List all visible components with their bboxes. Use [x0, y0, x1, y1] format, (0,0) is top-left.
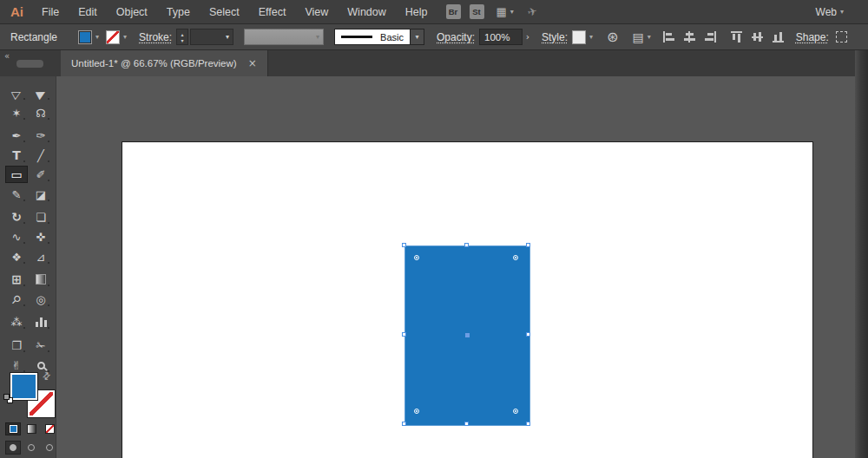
tool-type[interactable]: T	[5, 147, 28, 164]
tool-blend[interactable]: ◎	[30, 291, 52, 308]
selection-handle-sw[interactable]	[402, 422, 406, 426]
tool-hand[interactable]: ✌	[5, 357, 28, 374]
tool-symbol-sprayer[interactable]: ⁂	[5, 313, 28, 330]
draw-behind-button[interactable]	[23, 441, 39, 455]
close-icon[interactable]: ×	[248, 57, 257, 69]
menu-object[interactable]: Object	[107, 6, 157, 18]
fill-color-swatch[interactable]	[78, 30, 92, 44]
chevron-down-icon[interactable]: ▾	[95, 33, 99, 41]
document-setup-icon[interactable]: ▤	[632, 30, 643, 44]
brush-dropdown-chevron[interactable]: ▾	[411, 29, 424, 45]
stroke-panel-link[interactable]: Stroke:	[139, 31, 172, 43]
column-graph-tool-icon	[36, 317, 47, 327]
stroke-color-swatch[interactable]	[106, 30, 120, 44]
tool-pen[interactable]: ✒	[5, 127, 28, 144]
menu-type[interactable]: Type	[157, 6, 200, 18]
collapse-panel-icon[interactable]: «	[4, 51, 9, 61]
menu-file[interactable]: File	[32, 6, 69, 18]
selection-handle-nw[interactable]	[402, 243, 406, 247]
tool-mesh[interactable]: ⊞	[5, 271, 28, 288]
align-top-button[interactable]	[731, 31, 742, 43]
menu-help[interactable]: Help	[396, 6, 437, 18]
opacity-panel-link[interactable]: Opacity:	[437, 31, 475, 43]
tool-artboard[interactable]: ❐	[5, 337, 28, 354]
selection-handle-se[interactable]	[526, 422, 530, 426]
draw-inside-button[interactable]	[42, 441, 57, 455]
tool-puppet-warp[interactable]: ✜	[30, 228, 52, 245]
stepper-up-icon[interactable]: ▴	[181, 31, 184, 37]
control-bar: Rectangle ▾ ▾ Stroke: ▴ ▾ ▾ ▾ Basic ▾ Op…	[0, 24, 868, 50]
tool-slice[interactable]: ✁	[30, 337, 52, 354]
align-center-button[interactable]	[684, 31, 695, 43]
width-profile-dropdown[interactable]: ▾	[244, 29, 324, 45]
stroke-weight-dropdown[interactable]: ▾	[190, 29, 233, 45]
transform-shape-icon[interactable]	[836, 31, 847, 43]
chevron-down-icon[interactable]: ▾	[589, 33, 593, 41]
paint-gradient-button[interactable]	[23, 422, 39, 435]
tool-paintbrush[interactable]: ✐	[30, 166, 52, 183]
corner-widget-se[interactable]	[513, 409, 518, 414]
selection-handle-ne[interactable]	[526, 243, 530, 247]
tool-shaper[interactable]: ✎	[5, 186, 28, 203]
chevron-down-icon: ▾	[226, 33, 229, 41]
menu-effect[interactable]: Effect	[249, 6, 296, 18]
align-left-button[interactable]	[663, 31, 674, 43]
tool-magic-wand[interactable]: ✶	[5, 104, 28, 121]
tool-lasso[interactable]: ☊	[30, 104, 52, 121]
stroke-weight-stepper[interactable]: ▴ ▾	[176, 29, 188, 45]
tool-zoom[interactable]	[30, 357, 52, 374]
align-middle-button[interactable]	[752, 31, 763, 43]
paint-none-button[interactable]	[42, 422, 57, 435]
default-fill-stroke-icon[interactable]	[3, 394, 13, 403]
object-center-point[interactable]	[465, 333, 470, 337]
gpu-performance-icon[interactable]: ✈	[526, 4, 538, 19]
bridge-button[interactable]: Br	[446, 4, 461, 19]
eyedropper-tool-icon: ⚲	[9, 291, 23, 306]
corner-widget-sw[interactable]	[414, 409, 419, 414]
selection-handle-n[interactable]	[464, 243, 469, 247]
selection-handle-e[interactable]	[526, 332, 530, 337]
opacity-input[interactable]: 100%	[479, 29, 523, 45]
tool-selection[interactable]: ▷	[5, 84, 28, 101]
chevron-down-icon[interactable]: ▾	[123, 33, 127, 41]
graphic-style-swatch[interactable]	[572, 30, 586, 44]
tool-shape-builder[interactable]: ❖	[5, 248, 28, 265]
tool-rotate[interactable]: ↻	[5, 208, 28, 226]
tool-curvature[interactable]: ✑	[30, 127, 52, 144]
tool-scale[interactable]: ❏	[30, 208, 52, 226]
tool-direct-selection[interactable]: ▶	[30, 84, 52, 101]
recolor-artwork-icon[interactable]: ⊛	[607, 29, 618, 45]
tools-panel-grip[interactable]	[16, 60, 43, 68]
shape-panel-link[interactable]: Shape:	[796, 31, 829, 43]
draw-normal-button[interactable]	[5, 441, 21, 455]
style-panel-link[interactable]: Style:	[542, 31, 568, 43]
opacity-expand-icon[interactable]: ›	[523, 31, 533, 43]
stepper-down-icon[interactable]: ▾	[181, 37, 184, 43]
menu-window[interactable]: Window	[338, 6, 395, 18]
workspace-switcher[interactable]: Web ▾	[816, 6, 844, 18]
menu-edit[interactable]: Edit	[69, 6, 107, 18]
menu-view[interactable]: View	[295, 6, 338, 18]
tool-eraser[interactable]: ◪	[30, 186, 52, 203]
tool-line-segment[interactable]: ╱	[30, 147, 52, 164]
tool-rectangle[interactable]: ▭	[5, 166, 28, 183]
tool-gradient[interactable]	[30, 271, 52, 288]
document-tab[interactable]: Untitled-1* @ 66.67% (RGB/Preview) ×	[61, 50, 268, 76]
arrange-documents-icon[interactable]: ▦	[496, 5, 507, 18]
selection-handle-w[interactable]	[402, 332, 406, 337]
selection-handle-s[interactable]	[464, 422, 469, 426]
zoom-tool-icon	[37, 362, 45, 370]
tool-width[interactable]: ∿	[5, 228, 28, 245]
corner-widget-ne[interactable]	[513, 255, 518, 260]
menu-select[interactable]: Select	[200, 6, 249, 18]
tool-eyedropper[interactable]: ⚲	[5, 291, 28, 308]
paint-color-button[interactable]	[5, 422, 21, 435]
corner-widget-nw[interactable]	[414, 255, 419, 260]
fill-indicator-swatch[interactable]	[10, 372, 38, 401]
tool-perspective-grid[interactable]: ⊿	[30, 248, 52, 265]
align-right-button[interactable]	[705, 31, 716, 43]
align-bottom-button[interactable]	[773, 31, 784, 43]
stock-button[interactable]: St	[470, 4, 484, 19]
tool-column-graph[interactable]	[30, 313, 52, 330]
brush-dropdown[interactable]: Basic	[334, 29, 411, 45]
